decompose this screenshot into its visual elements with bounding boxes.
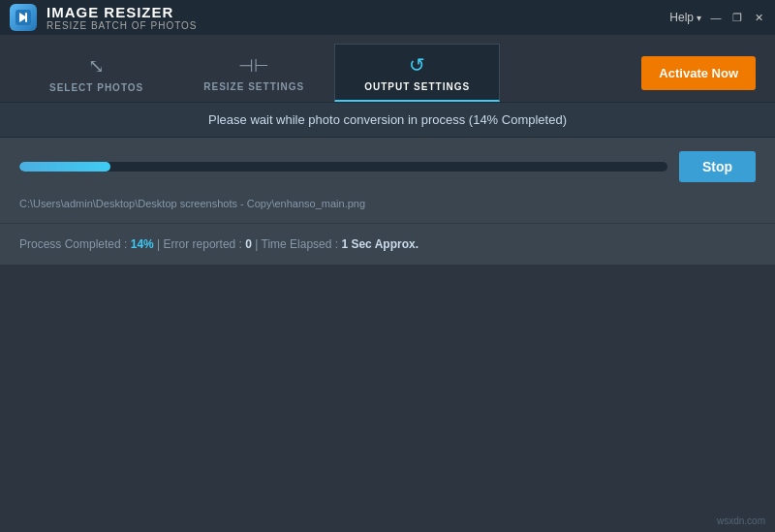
minimize-button[interactable]: — (709, 11, 723, 24)
stop-button[interactable]: Stop (679, 151, 756, 182)
select-photos-icon: ⤡ (88, 54, 106, 78)
app-name: IMAGE RESIZER (46, 4, 198, 20)
tab-resize-settings-label: RESIZE SETTINGS (203, 81, 304, 92)
resize-settings-icon: ⊣⊢ (238, 55, 270, 77)
stats-sep1: | Error reported : (154, 237, 245, 251)
stats-value1: 14% (131, 237, 154, 251)
tab-resize-settings[interactable]: ⊣⊢ RESIZE SETTINGS (173, 44, 334, 102)
title-bar: IMAGE RESIZER RESIZE BATCH OF PHOTOS Hel… (0, 0, 775, 35)
restore-button[interactable]: ❐ (730, 11, 744, 24)
main-content: Please wait while photo conversion in pr… (0, 103, 775, 265)
stats-value2: 0 (245, 237, 252, 251)
stats-value3: 1 Sec Approx. (341, 237, 418, 251)
help-button[interactable]: Help ▾ (669, 11, 701, 24)
tab-select-photos[interactable]: ⤡ SELECT PHOTOS (19, 44, 173, 102)
stats-row: Process Completed : 14% | Error reported… (0, 223, 775, 265)
status-bar: Please wait while photo conversion in pr… (0, 103, 775, 138)
title-bar-left: IMAGE RESIZER RESIZE BATCH OF PHOTOS (10, 4, 198, 31)
nav-tabs: ⤡ SELECT PHOTOS ⊣⊢ RESIZE SETTINGS ↺ OUT… (19, 44, 500, 102)
app-title-block: IMAGE RESIZER RESIZE BATCH OF PHOTOS (46, 4, 198, 31)
close-button[interactable]: ✕ (752, 11, 765, 24)
progress-bar-fill (19, 162, 110, 172)
output-settings-icon: ↺ (409, 53, 426, 77)
tab-output-settings-label: OUTPUT SETTINGS (364, 81, 470, 92)
app-logo (10, 4, 37, 31)
footer-watermark: wsxdn.com (717, 516, 765, 526)
stats-label1: Process Completed : (19, 237, 131, 251)
svg-rect-2 (25, 13, 27, 22)
tab-output-settings[interactable]: ↺ OUTPUT SETTINGS (334, 44, 500, 102)
title-bar-controls: Help ▾ — ❐ ✕ (669, 11, 765, 24)
chevron-down-icon: ▾ (697, 13, 701, 23)
tab-select-photos-label: SELECT PHOTOS (49, 82, 143, 93)
progress-section: Stop (0, 138, 775, 192)
stats-sep2: | Time Elapsed : (252, 237, 342, 251)
activate-now-button[interactable]: Activate Now (641, 56, 756, 90)
file-path: C:\Users\admin\Desktop\Desktop screensho… (0, 192, 775, 219)
status-message: Please wait while photo conversion in pr… (208, 112, 567, 127)
nav-bar: ⤡ SELECT PHOTOS ⊣⊢ RESIZE SETTINGS ↺ OUT… (0, 35, 775, 103)
help-label: Help (669, 11, 694, 24)
app-subtitle: RESIZE BATCH OF PHOTOS (46, 20, 198, 31)
progress-bar-container (19, 162, 667, 172)
watermark-text: wsxdn.com (717, 516, 765, 526)
